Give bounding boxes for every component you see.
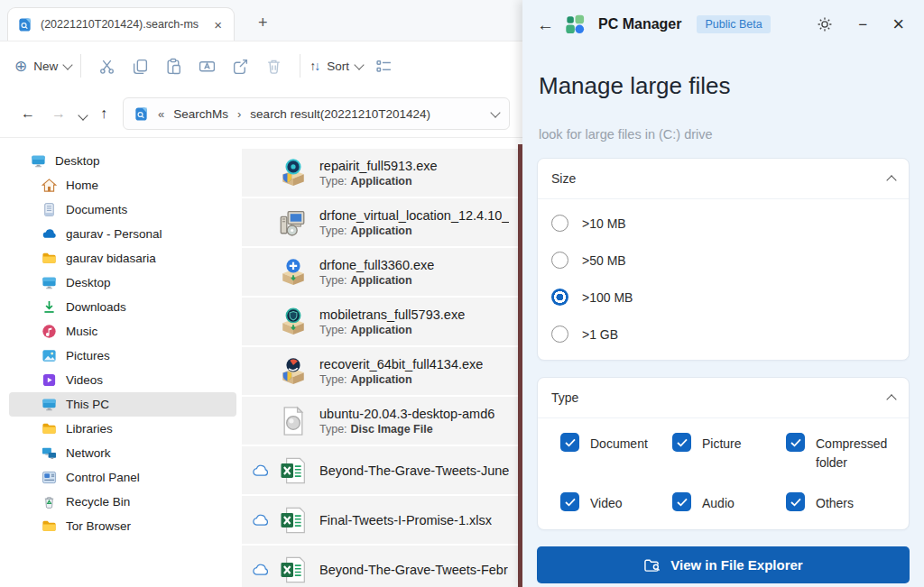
file-row[interactable]: recoverit_64bit_full4134.exeType:Applica…	[242, 347, 522, 395]
breadcrumb-collapse[interactable]: «	[156, 107, 166, 121]
chevron-down-icon	[63, 60, 73, 69]
size-option-label: >10 MB	[582, 216, 626, 231]
sort-button[interactable]: ↑↓ Sort	[310, 59, 363, 73]
app-title: PC Manager	[598, 16, 681, 32]
sidebar-item-gaurav-bidasaria[interactable]: gaurav bidasaria	[9, 246, 236, 271]
checkbox-checked[interactable]	[786, 492, 805, 511]
installer-drfone-virtual-icon	[278, 207, 309, 238]
page-title: Manage large files	[539, 72, 908, 100]
recent-locations-chevron-icon[interactable]	[78, 110, 88, 120]
size-option-50mb[interactable]: >50 MB	[538, 242, 909, 279]
radio-unselected[interactable]	[551, 252, 568, 269]
checkbox-checked[interactable]	[560, 433, 579, 452]
size-option-10mb[interactable]: >10 MB	[538, 205, 909, 242]
type-section-header[interactable]: Type	[538, 378, 909, 418]
sidebar-item-network[interactable]: Network	[9, 441, 236, 465]
view-in-file-explorer-button[interactable]: View in File Explorer	[537, 546, 910, 583]
sidebar-item-home[interactable]: Home	[9, 173, 236, 197]
explorer-tab[interactable]: (20221210T201424).search-ms ×	[7, 7, 235, 41]
size-option-1gb[interactable]: >1 GB	[538, 316, 909, 353]
pictures-icon	[42, 348, 57, 363]
sidebar-item-music[interactable]: Music	[9, 319, 236, 344]
address-dropdown-chevron-icon[interactable]	[490, 107, 500, 117]
cut-icon[interactable]	[98, 58, 116, 75]
sidebar-item-control-panel[interactable]: Control Panel	[9, 465, 236, 490]
folder-icon	[42, 251, 57, 266]
cloud-status-icon	[253, 564, 270, 576]
rename-icon[interactable]	[199, 58, 216, 75]
radio-unselected[interactable]	[551, 326, 568, 343]
share-icon[interactable]	[232, 58, 249, 75]
type-option-compressed-folder[interactable]: Compressed folder	[786, 433, 909, 472]
checkbox-checked[interactable]	[786, 433, 805, 452]
file-row[interactable]: Beyond-The-Grave-Tweets-Febr	[242, 546, 522, 587]
checkbox-checked[interactable]	[672, 433, 691, 452]
copy-icon[interactable]	[132, 58, 149, 75]
chevron-up-icon[interactable]	[886, 394, 896, 404]
file-row[interactable]: ubuntu-20.04.3-desktop-amd6Type:Disc Ima…	[242, 397, 522, 445]
address-bar[interactable]: « SearchMs › search result(20221210T2014…	[123, 97, 510, 130]
onedrive-icon	[42, 226, 57, 242]
checkbox-checked[interactable]	[672, 492, 691, 511]
sidebar-item-label: Desktop	[66, 276, 111, 289]
file-row[interactable]: drfone_full3360.exeType:Application	[242, 248, 522, 296]
delete-icon[interactable]	[265, 58, 282, 75]
new-tab-button[interactable]: +	[258, 14, 268, 31]
paste-icon[interactable]	[165, 58, 182, 75]
downloads-icon	[42, 299, 57, 315]
radio-selected[interactable]	[551, 289, 568, 306]
close-tab-icon[interactable]: ×	[211, 17, 225, 32]
back-icon[interactable]: ←	[21, 106, 35, 121]
minimize-icon[interactable]: −	[858, 17, 867, 32]
type-option-picture[interactable]: Picture	[672, 433, 786, 454]
sidebar-item-downloads[interactable]: Downloads	[9, 295, 236, 319]
sidebar-item-documents[interactable]: Documents	[9, 197, 236, 222]
sort-arrows-icon: ↑↓	[310, 59, 319, 73]
chevron-up-icon[interactable]	[886, 175, 896, 185]
file-row[interactable]: drfone_virtual_location_12.4.10_Type:App…	[242, 198, 522, 246]
sidebar-item-label: Music	[66, 325, 97, 338]
network-icon	[42, 445, 57, 461]
folder-search-icon	[643, 557, 661, 573]
up-icon[interactable]: ↑	[100, 106, 107, 121]
settings-gear-icon[interactable]	[817, 16, 833, 32]
radio-unselected[interactable]	[551, 215, 568, 232]
excel-icon	[279, 555, 308, 584]
new-button[interactable]: ⊕ New	[14, 59, 71, 74]
sidebar-item-recycle-bin[interactable]: Recycle Bin	[9, 490, 236, 514]
sidebar-item-desktop-2[interactable]: Desktop	[9, 271, 236, 295]
file-row[interactable]: mobiletrans_full5793.exeType:Application	[242, 298, 522, 345]
forward-icon[interactable]: →	[51, 106, 66, 121]
sidebar-item-this-pc[interactable]: This PC	[9, 392, 236, 417]
size-section: Size >10 MB >50 MB >100 MB >1	[537, 158, 910, 361]
back-icon[interactable]: ←	[537, 16, 554, 33]
cloud-status-icon	[253, 514, 270, 527]
breadcrumb-search-result[interactable]: search result(20221210T201424)	[250, 107, 430, 121]
file-type: Type:Application	[319, 225, 509, 237]
file-row[interactable]: repairit_full5913.exeType:Application	[242, 149, 522, 197]
size-option-100mb[interactable]: >100 MB	[538, 279, 909, 316]
sidebar-item-libraries[interactable]: Libraries	[9, 417, 236, 441]
size-section-header[interactable]: Size	[538, 159, 909, 199]
file-row[interactable]: Final-Tweets-I-Promise-1.xlsx	[242, 496, 522, 544]
type-options: Document Picture Compressed folder Video…	[538, 418, 909, 529]
sidebar-item-pictures[interactable]: Pictures	[9, 344, 236, 368]
sidebar-item-videos[interactable]: Videos	[9, 368, 236, 392]
type-option-audio[interactable]: Audio	[672, 492, 786, 513]
check-icon	[677, 438, 688, 447]
type-option-video[interactable]: Video	[560, 492, 672, 513]
view-options-icon[interactable]	[375, 58, 393, 75]
sidebar-item-desktop[interactable]: Desktop	[9, 149, 236, 173]
screen: (20221210T201424).search-ms × + ⊕ New ↑↓…	[0, 0, 924, 587]
size-option-label: >100 MB	[582, 290, 633, 305]
close-icon[interactable]: ×	[892, 14, 904, 34]
checkbox-checked[interactable]	[560, 492, 579, 511]
sidebar-item-label: Desktop	[55, 154, 100, 168]
sidebar-item-tor-browser[interactable]: Tor Browser	[9, 514, 236, 538]
breadcrumb-searchms[interactable]: SearchMs	[173, 107, 228, 121]
file-row[interactable]: Beyond-The-Grave-Tweets-June	[242, 446, 522, 494]
sidebar-item-onedrive-personal[interactable]: gaurav - Personal	[9, 222, 236, 246]
sidebar-item-label: Videos	[66, 373, 103, 387]
type-option-others[interactable]: Others	[786, 492, 909, 513]
type-option-document[interactable]: Document	[560, 433, 672, 454]
